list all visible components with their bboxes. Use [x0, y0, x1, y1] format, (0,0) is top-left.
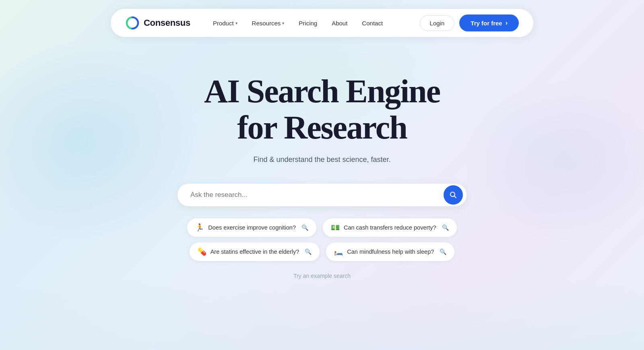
nav-resources-chevron: ▾ [282, 21, 284, 25]
chip-mindfulness-text: Can mindfulness help with sleep? [347, 249, 434, 255]
page-wrapper: Consensus Product ▾ Resources ▾ Pricing … [0, 0, 644, 350]
chip-mindfulness[interactable]: 🛏️ Can mindfulness help with sleep? 🔍 [326, 242, 455, 261]
search-container [177, 183, 467, 207]
try-arrow-icon: › [506, 19, 508, 27]
chip-statins-text: Are statins effective in the elderly? [211, 249, 299, 255]
nav-contact-label: Contact [362, 20, 383, 27]
nav-item-resources[interactable]: Resources ▾ [246, 17, 291, 30]
chips-row-1: 🏃 Does exercise improve cognition? 🔍 💵 C… [187, 218, 457, 237]
hero-subtitle: Find & understand the best science, fast… [253, 155, 390, 164]
chip-statins[interactable]: 💊 Are statins effective in the elderly? … [189, 242, 320, 261]
chip-exercise-search-icon: 🔍 [301, 224, 308, 231]
logo-icon [125, 16, 140, 30]
chips-row-2: 💊 Are statins effective in the elderly? … [189, 242, 455, 261]
search-icon [449, 191, 457, 199]
chip-statins-emoji: 💊 [198, 247, 206, 256]
logo-text: Consensus [144, 18, 190, 28]
search-button[interactable] [444, 185, 463, 205]
nav-about-label: About [332, 20, 347, 27]
search-input[interactable] [177, 183, 467, 207]
chip-statins-search-icon: 🔍 [305, 249, 312, 255]
nav-product-chevron: ▾ [235, 21, 237, 25]
chip-mindfulness-search-icon: 🔍 [440, 249, 446, 255]
nav-item-about[interactable]: About [325, 17, 354, 30]
chips-wrapper: 🏃 Does exercise improve cognition? 🔍 💵 C… [173, 218, 471, 279]
hero-title-line2: for Research [237, 109, 407, 146]
nav-product-label: Product [213, 20, 234, 27]
chip-cash-transfers[interactable]: 💵 Can cash transfers reduce poverty? 🔍 [322, 218, 457, 237]
chip-cash-text: Can cash transfers reduce poverty? [344, 224, 436, 231]
chip-cash-search-icon: 🔍 [442, 224, 449, 231]
try-example-label: Try an example search [293, 273, 351, 279]
nav-item-pricing[interactable]: Pricing [292, 17, 324, 30]
chip-exercise-emoji: 🏃 [195, 223, 204, 232]
hero-section: AI Search Engine for Research Find & und… [204, 73, 440, 164]
try-label: Try for free [471, 20, 502, 27]
nav-resources-label: Resources [252, 20, 281, 27]
chip-exercise[interactable]: 🏃 Does exercise improve cognition? 🔍 [187, 218, 317, 237]
hero-title-line1: AI Search Engine [204, 73, 440, 110]
nav-pricing-label: Pricing [299, 20, 317, 27]
try-for-free-button[interactable]: Try for free › [459, 14, 519, 31]
navbar: Consensus Product ▾ Resources ▾ Pricing … [111, 9, 533, 37]
nav-links: Product ▾ Resources ▾ Pricing About Cont… [206, 17, 420, 30]
chip-cash-emoji: 💵 [331, 223, 340, 232]
nav-item-product[interactable]: Product ▾ [206, 17, 244, 30]
chip-mindfulness-emoji: 🛏️ [334, 247, 343, 256]
chip-exercise-text: Does exercise improve cognition? [208, 224, 296, 231]
hero-title: AI Search Engine for Research [204, 73, 440, 146]
nav-actions: Login Try for free › [420, 14, 519, 31]
nav-item-contact[interactable]: Contact [355, 17, 389, 30]
login-button[interactable]: Login [420, 15, 455, 31]
logo-link[interactable]: Consensus [125, 16, 190, 30]
